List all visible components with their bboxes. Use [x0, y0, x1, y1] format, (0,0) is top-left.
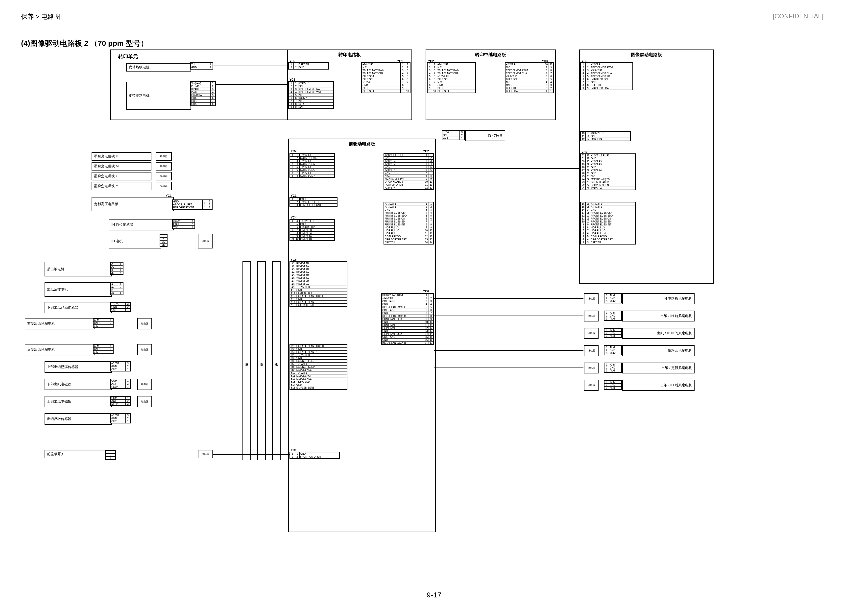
fd-yc1: 11GND22+24V3 IL F1 FET33FSR OFFSET CNT [290, 197, 338, 207]
ih-motor: IH 电机 [109, 234, 161, 248]
engine-js-pins: 1010+3.3V2 LED1111GND1212JOBSEPA [580, 131, 631, 141]
rear-exit-fan-pins: ALM1GND224V3 [93, 344, 113, 354]
transfer-pwb-title: 转印电路板 [288, 52, 411, 58]
toner-sol-c: 墨粉盒电磁铁 C [91, 172, 152, 180]
fd-yc5a: A1EXMOT 1BA2EXMOT 1AA3EXMOT 2BA4EXMOT 2A… [290, 261, 347, 307]
relay-tonerfan: 继电器 [584, 345, 598, 356]
fd-yc6-label: YC6 [423, 290, 429, 293]
relay-board-1: 继电板 [242, 261, 251, 460]
exit-rev-motor: 出纸反转电机 [45, 282, 112, 297]
js-sensor-pins: 3.3V23GND2Vout1 [442, 130, 465, 140]
relay-ihm: 继电器 [584, 328, 598, 339]
front-drive-title: 前驱动电路板 [289, 141, 435, 147]
fd-yc6: IH PWB FAN REM11+24V2 F122COIL FAN133GND… [381, 293, 434, 345]
ih-hp-sensor: IH 原位传感器 [109, 219, 174, 230]
transfer-relay-title: 转印中继电路板 [426, 52, 555, 58]
relay-ihf: 继电器 [584, 310, 598, 321]
belt-motor-pins: Vm(24V)1P GND2BRAKE3PWM4CW/CCW5CHA6CHB7C… [190, 81, 216, 106]
circuit-diagram: 转印单元 皮带热敏电阻 TH1GND2 皮带摆动电机 Vm(24V)1P GND… [40, 50, 826, 559]
engine-yc7b: 1616+3.3V2 F11515+3.3V2 F11414GND1313FRO… [580, 202, 636, 245]
relay-y: 继电器 [156, 182, 172, 190]
ih-hp-pins: 3.3V23GND2Vout1 [172, 219, 195, 229]
transfer-yc2: 11BELT TH22GND [288, 62, 329, 70]
front-cover-sw-pins: 321 [105, 450, 116, 460]
fd-yc1b-label: YC1 [291, 448, 296, 452]
front-exit-fan-pins: ALM1GND224V3 [93, 318, 113, 328]
toner-fan-pins: 1ALM2GND3+24V [604, 345, 622, 355]
lower-exit-full-pins: +3.3V23GND2OUT1 [110, 302, 131, 312]
breadcrumb: 保养 > 电路图 [21, 12, 60, 21]
rear-exit-motor: 后出纸电机 [45, 262, 112, 276]
fd-yc4: 44+3.3V2 LED55GND66IH CORE HP77IHMOT 2B8… [290, 219, 335, 241]
belt-thermistor: 皮带热敏电阻 [126, 63, 191, 71]
fd-yc1-sw: 11GND22FRONT CO OPEN [290, 452, 340, 459]
engine-yc7a: 3232+24V3 IL1 F1 F13131GND3030+24V2 F329… [580, 154, 636, 190]
fuser-hv-pins: GND11+24V3 IL F1 FET22FSR OFFSET CNT11 [172, 200, 212, 209]
fd-yc2: +24V3 IL1 F1 F111GND22+24V2 F333+24V2 F3… [383, 153, 434, 190]
relay-fusfan: 继电器 [584, 363, 598, 374]
exit-ih-f-pins: 1+24V2GND3ALM [604, 310, 622, 321]
relay-rear-fan: 继电器 [137, 344, 152, 355]
upper-exit-sol-pins: COM1ACT2KEEP3 [110, 396, 131, 406]
engine-pwb-title: 图像驱动电路板 [580, 52, 713, 58]
confidential-label: [CONFIDENTIAL] [773, 12, 823, 20]
relay-ihr: 继电器 [584, 380, 598, 391]
toner-sol-y: 墨粉盒电磁铁 Y [91, 182, 152, 190]
front-exit-fan: 前侧出纸风扇电机 [25, 318, 95, 329]
toner-sol-m: 墨粉盒电磁铁 M [91, 162, 152, 171]
ih-pwb-fan: IH 电路板风扇电机 [622, 293, 694, 304]
engine-yc9: 11+24V2 F122TBLT CLMOT PWM33+3.3V2 F144T… [580, 62, 633, 90]
transfer-yc3: 11+24V2 F122GND33TBLT CLMOT BRAK44TBLT C… [288, 81, 334, 109]
relay-ihmot: 继电器 [198, 234, 212, 248]
relay-yc2: 11+24V2 F122N.C.33TBLT CLMOT PWM44TBLT C… [427, 62, 476, 93]
fd-yc3: +3.3V2 F111+3.3V2 F122GND33FRONT EUSS CL… [383, 202, 434, 245]
fd-yc7: 11+24V2 F322COTN SOL BK33+24V2 F344COTN … [290, 153, 335, 178]
fd-yc7-label: YC7 [291, 149, 296, 153]
upper-exit-full: 上部出纸已满传感器 [45, 361, 112, 373]
exit-fus-fan-pins: 1+24V2GND3ALM [604, 363, 622, 373]
lower-exit-sol: 下部出纸电磁铁 [45, 378, 112, 390]
main-board-2: 主板 [272, 261, 281, 460]
rear-exit-pins: A1/A2B3/B4 [110, 262, 124, 275]
page-number: 9-17 [426, 591, 442, 599]
front-cover-sw: 前盖板开关 [45, 450, 107, 458]
relay-c: 继电器 [156, 172, 172, 180]
exit-rev-sens-pins: +3.3V23GND2OUT1 [110, 413, 131, 423]
relay-sw: 继电器 [198, 450, 212, 458]
yc3-label: YC3 [290, 78, 295, 81]
fuser-yc1-label: YC1 [166, 194, 172, 197]
fd-yc2-label: YC2 [423, 149, 429, 153]
fd-yc5b: B1EX PAPER FAN LOCK RB2GNDB3EX PAPER FAN… [290, 344, 347, 390]
relay-m: 继电器 [156, 162, 172, 171]
ih-pwb-fan-pins: 1ALM2GND3+24V [604, 293, 622, 304]
relay-lsol: 继电器 [137, 378, 152, 390]
lower-exit-sol-pins: COM1ACT2KEEP3 [110, 378, 131, 389]
lower-exit-full: 下部出纸已满传感器 [45, 302, 112, 313]
exit-fuser-fan: 出纸 / 定影风扇电机 [622, 363, 694, 374]
belt-swing-motor: 皮带摆动电机 [126, 82, 191, 110]
exit-rev-sensor: 出纸反转传感器 [45, 413, 112, 425]
ih-motor-pins: BA/A/B [160, 234, 167, 247]
exit-ih-front-fan: 出纸 / IH 前风扇电机 [622, 310, 694, 321]
page-title: (4)图像驱动电路板 2 （70 ppm 型号） [21, 38, 148, 48]
relay-front-fan: 继电器 [137, 318, 152, 329]
relay-yc3: +24V2 F11010N.C.99TBLT CLMOT PWM88TBLT C… [505, 62, 554, 93]
fd-yc4-label: YC4 [291, 216, 296, 219]
relay-ihpwbfan: 继电器 [584, 293, 598, 304]
toner-fan: 墨粉盒风扇电机 [622, 345, 694, 356]
exit-rev-pins: A1/A2B3/B4 [110, 282, 124, 295]
js-sensor: JS 传感器 [465, 130, 505, 141]
relay-k: 继电器 [156, 152, 172, 161]
upper-exit-full-pins: +3.3V23GND2OUT1 [110, 361, 131, 372]
transfer-unit-title: 转印单元 [118, 53, 138, 60]
main-board-1: 主板 [257, 261, 266, 460]
fd-yc5-label: YC5 [291, 258, 296, 262]
exit-ih-m-pins: 1+24V2GND3ALM [604, 328, 622, 338]
exit-ih-mid-fan: 出纸 / IH 中间风扇电机 [622, 328, 694, 339]
exit-ih-rear-fan: 出纸 / IH 后风扇电机 [622, 380, 694, 391]
rear-exit-fan: 后侧出纸风扇电机 [25, 344, 95, 355]
exit-ih-r-pins: 1+24V2GND3ALM [604, 380, 622, 390]
transfer-yc1: +24V2 F311N.C.22TBLT CLMOT PWM33TBLT CLM… [361, 62, 411, 93]
relay-usol: 继电器 [137, 396, 152, 407]
belt-therm-pins: TH1GND2 [190, 62, 213, 70]
